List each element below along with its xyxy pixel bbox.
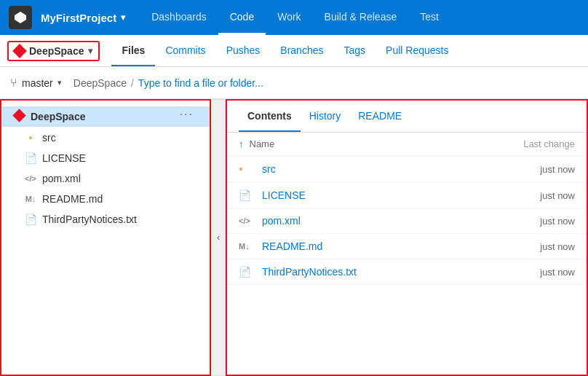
md-icon: M↓	[239, 242, 256, 251]
folder-icon: ▪	[239, 162, 256, 176]
tab-files[interactable]: Files	[111, 35, 155, 66]
tab-pushes[interactable]: Pushes	[216, 35, 271, 66]
repo-navigation: DeepSpace ▾ Files Commits Pushes Branche…	[0, 35, 588, 67]
tree-item-src[interactable]: ▪ src	[1, 127, 210, 148]
xml-icon: </>	[25, 174, 36, 183]
file-name: pom.xml	[262, 215, 488, 227]
main-content: DeepSpace ▪ src 📄 LICENSE </> pom.xml M↓…	[0, 99, 588, 376]
tab-history[interactable]: History	[301, 101, 350, 132]
file-name: README.md	[262, 240, 488, 252]
file-date: just now	[488, 216, 575, 227]
top-navigation: MyFirstProject ▾ Dashboards Code Work Bu…	[0, 0, 588, 35]
tab-contents[interactable]: Contents	[239, 101, 301, 132]
date-column-header: Last change	[488, 138, 575, 149]
file-icon: 📄	[25, 214, 36, 225]
repo-chevron-icon: ▾	[88, 46, 92, 56]
nav-item-build-release[interactable]: Build & Release	[313, 0, 409, 35]
file-icon: 📄	[25, 152, 36, 164]
tree-item-label: src	[42, 132, 56, 144]
tree-item-readme[interactable]: M↓ README.md	[1, 189, 210, 209]
nav-item-dashboards[interactable]: Dashboards	[140, 0, 218, 35]
tab-tags[interactable]: Tags	[333, 35, 376, 66]
nav-item-code[interactable]: Code	[218, 0, 266, 35]
file-icon: 📄	[239, 266, 256, 278]
project-selector[interactable]: MyFirstProject ▾	[41, 12, 125, 24]
nav-item-test[interactable]: Test	[408, 0, 450, 35]
file-tree: DeepSpace ▪ src 📄 LICENSE </> pom.xml M↓…	[1, 101, 210, 235]
panel-collapse-button[interactable]: ‹	[211, 99, 226, 376]
tree-root-label: DeepSpace	[31, 111, 85, 122]
tree-item-label: ThirdPartyNotices.txt	[42, 214, 137, 225]
breadcrumb-repo: DeepSpace	[74, 77, 127, 89]
project-name: MyFirstProject	[41, 12, 116, 24]
folder-icon: ▪	[25, 131, 36, 144]
md-icon: M↓	[25, 195, 36, 203]
project-chevron: ▾	[121, 12, 125, 23]
xml-icon: </>	[239, 216, 256, 225]
name-col-label: Name	[250, 138, 275, 149]
name-column-header: ↑ Name	[239, 138, 488, 149]
repo-tabs: Files Commits Pushes Branches Tags Pull …	[111, 35, 458, 66]
root-diamond-icon	[13, 111, 25, 122]
file-date: just now	[488, 267, 575, 278]
path-separator: /	[131, 77, 134, 89]
list-item[interactable]: 📄 ThirdPartyNotices.txt just now	[227, 259, 587, 285]
tree-item-label: LICENSE	[42, 152, 86, 164]
branch-selector[interactable]: ⑂ master ▾	[10, 77, 62, 90]
app-logo[interactable]	[9, 6, 32, 29]
file-list-header: ↑ Name Last change	[227, 133, 587, 156]
repo-diamond-icon	[12, 44, 27, 58]
top-nav-items: Dashboards Code Work Build & Release Tes…	[140, 0, 579, 35]
file-name: ThirdPartyNotices.txt	[262, 266, 488, 278]
list-item[interactable]: ▪ src just now	[227, 156, 587, 183]
branch-chevron-icon: ▾	[57, 78, 62, 87]
file-date: just now	[488, 190, 575, 201]
file-contents-panel: Contents History README ↑ Name Last chan…	[226, 99, 588, 376]
sort-icon: ↑	[239, 138, 244, 149]
list-item[interactable]: 📄 LICENSE just now	[227, 183, 587, 208]
tree-item-pomxml[interactable]: </> pom.xml	[1, 168, 210, 189]
tree-item-label: pom.xml	[42, 173, 81, 184]
file-name: src	[262, 163, 488, 175]
tree-item-thirdparty[interactable]: 📄 ThirdPartyNotices.txt	[1, 209, 210, 230]
repo-selector[interactable]: DeepSpace ▾	[7, 41, 100, 61]
list-item[interactable]: </> pom.xml just now	[227, 208, 587, 234]
file-tree-panel: DeepSpace ▪ src 📄 LICENSE </> pom.xml M↓…	[0, 99, 211, 376]
tab-branches[interactable]: Branches	[270, 35, 333, 66]
file-contents: Contents History README ↑ Name Last chan…	[227, 101, 587, 285]
nav-item-work[interactable]: Work	[266, 0, 312, 35]
list-item[interactable]: M↓ README.md just now	[227, 234, 587, 259]
repo-name: DeepSpace	[29, 45, 84, 57]
file-path: DeepSpace / Type to find a file or folde…	[74, 77, 263, 89]
file-date: just now	[488, 164, 575, 175]
tree-root[interactable]: DeepSpace	[1, 106, 210, 127]
file-icon: 📄	[239, 189, 256, 201]
branch-icon: ⑂	[10, 77, 17, 90]
tree-item-label: README.md	[42, 193, 103, 205]
tab-pull-requests[interactable]: Pull Requests	[376, 35, 458, 66]
tab-readme[interactable]: README	[349, 101, 410, 132]
branch-name: master	[22, 77, 53, 89]
file-date: just now	[488, 241, 575, 252]
content-tabs: Contents History README	[227, 101, 587, 133]
file-name: LICENSE	[262, 189, 488, 201]
tab-commits[interactable]: Commits	[155, 35, 215, 66]
tree-item-license[interactable]: 📄 LICENSE	[1, 148, 210, 168]
context-menu-button[interactable]: ···	[180, 108, 194, 121]
file-search-input[interactable]: Type to find a file or folder...	[138, 77, 263, 89]
branch-bar: ⑂ master ▾ DeepSpace / Type to find a fi…	[0, 67, 588, 99]
